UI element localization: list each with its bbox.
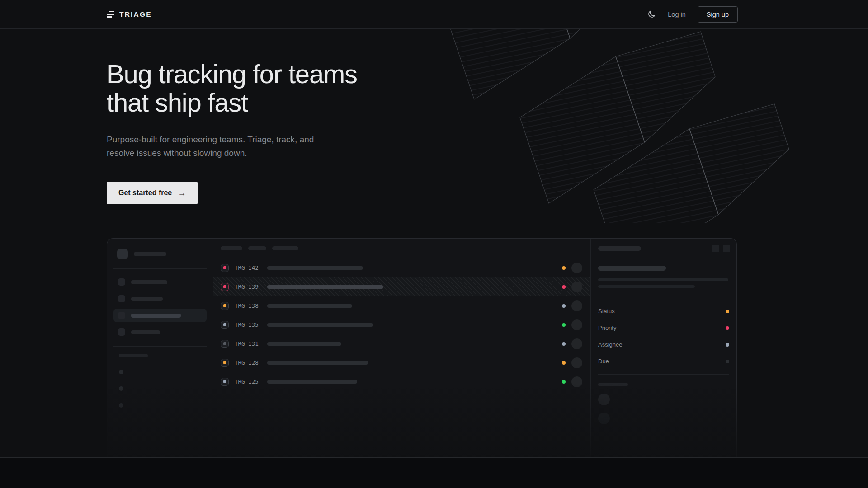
issue-type-icon [221, 359, 229, 367]
status-dot [562, 323, 566, 327]
issue-id: TRG–128 [235, 359, 260, 366]
property-value-dot [726, 360, 729, 363]
section-label-skeleton [119, 354, 148, 357]
theme-toggle-button[interactable] [647, 10, 656, 19]
moon-icon [647, 10, 656, 19]
property-value-dot [726, 343, 729, 347]
property-label: Due [598, 358, 609, 365]
issue-title-skeleton [267, 323, 373, 327]
comment-avatar [598, 394, 610, 405]
app-preview-card: TRG–142 TRG–139 TRG–138 TRG–135 [107, 238, 737, 458]
assignee-avatar [571, 376, 582, 387]
brand-name: TRIAGE [119, 10, 152, 19]
sidebar-dot-skeleton [119, 386, 123, 391]
issue-title-skeleton [267, 285, 383, 289]
property-row[interactable]: Assignee [598, 336, 729, 353]
footer [0, 458, 868, 488]
issue-type-icon [221, 378, 229, 386]
issue-id: TRG–139 [235, 283, 260, 290]
issue-title-skeleton [267, 266, 363, 270]
sidebar-nav-item[interactable] [113, 292, 207, 305]
assignee-avatar [571, 300, 582, 311]
preview-sidebar [107, 239, 213, 458]
issue-row[interactable]: TRG–138 [213, 296, 590, 315]
preview-issue-list: TRG–142 TRG–139 TRG–138 TRG–135 [213, 239, 591, 458]
property-value-dot [726, 326, 729, 330]
preview-detail-panel: Status Priority Assignee Due [591, 239, 736, 458]
issue-type-icon [221, 321, 229, 329]
assignee-avatar [571, 263, 582, 273]
assignee-avatar [571, 338, 582, 349]
issue-rows-container: TRG–142 TRG–139 TRG–138 TRG–135 [213, 258, 590, 391]
property-row[interactable]: Status [598, 303, 729, 319]
issue-title-skeleton [267, 361, 368, 365]
status-dot [562, 342, 566, 346]
description-skeleton [598, 285, 695, 288]
status-dot [562, 304, 566, 308]
arrow-right-icon: → [178, 188, 186, 198]
filter-pill-skeleton[interactable] [272, 246, 298, 250]
comments-label-skeleton [598, 383, 628, 386]
issue-id: TRG–125 [235, 378, 260, 385]
issue-row[interactable]: TRG–135 [213, 315, 590, 334]
assignee-avatar [571, 282, 582, 292]
workspace-logo-skeleton [117, 249, 128, 259]
issue-row[interactable]: TRG–139 [213, 277, 590, 296]
triage-logo-icon [107, 10, 114, 19]
property-row[interactable]: Due [598, 353, 729, 370]
comment-avatar [598, 413, 610, 424]
workspace-name-skeleton [134, 252, 166, 256]
issue-type-icon [221, 340, 229, 348]
hero-subtitle: Purpose-built for engineering teams. Tri… [107, 133, 868, 160]
panel-title-skeleton [598, 246, 641, 251]
panel-header [591, 239, 736, 258]
issue-type-icon [221, 264, 229, 272]
issue-type-icon [221, 283, 229, 291]
issue-title-skeleton [267, 380, 357, 384]
issue-row[interactable]: TRG–125 [213, 372, 590, 391]
top-nav: TRIAGE Log in Sign up [0, 0, 868, 29]
status-dot [562, 266, 566, 270]
issue-id: TRG–131 [235, 340, 260, 347]
issue-id: TRG–142 [235, 264, 260, 271]
panel-action-button[interactable] [712, 245, 719, 252]
status-dot [562, 285, 566, 289]
issue-id: TRG–135 [235, 321, 260, 328]
issue-title-skeleton [598, 266, 666, 271]
sidebar-dot-skeleton [119, 370, 123, 374]
property-label: Status [598, 308, 615, 314]
issue-row[interactable]: TRG–142 [213, 258, 590, 277]
property-rows-container: Status Priority Assignee Due [598, 303, 729, 370]
issue-row[interactable]: TRG–128 [213, 353, 590, 372]
assignee-avatar [571, 357, 582, 368]
filter-pill-skeleton[interactable] [221, 246, 242, 250]
divider [598, 298, 729, 298]
assignee-avatar [571, 319, 582, 330]
property-label: Assignee [598, 341, 622, 348]
get-started-button[interactable]: Get started free → [107, 182, 198, 204]
issue-title-skeleton [267, 342, 341, 346]
issue-id: TRG–138 [235, 302, 260, 309]
status-dot [562, 361, 566, 365]
login-link[interactable]: Log in [668, 11, 686, 18]
issue-row[interactable]: TRG–131 [213, 334, 590, 353]
signup-button[interactable]: Sign up [698, 6, 738, 23]
panel-action-button[interactable] [723, 245, 730, 252]
sidebar-nav-item[interactable] [113, 275, 207, 289]
brand[interactable]: TRIAGE [107, 10, 152, 19]
filter-pill-skeleton[interactable] [248, 246, 266, 250]
sidebar-nav-item-active[interactable] [113, 309, 207, 322]
status-dot [562, 380, 566, 384]
preview-toolbar [213, 239, 590, 258]
description-skeleton [598, 278, 728, 281]
issue-type-icon [221, 302, 229, 310]
divider [113, 268, 207, 269]
divider [113, 346, 207, 347]
sidebar-dot-skeleton [119, 403, 123, 408]
issue-title-skeleton [267, 304, 352, 308]
property-row[interactable]: Priority [598, 319, 729, 336]
hero-section: Bug tracking for teamsthat ship fast Pur… [0, 29, 868, 458]
sidebar-nav-item[interactable] [113, 325, 207, 339]
hero-title: Bug tracking for teamsthat ship fast [107, 29, 868, 117]
divider [598, 374, 729, 375]
